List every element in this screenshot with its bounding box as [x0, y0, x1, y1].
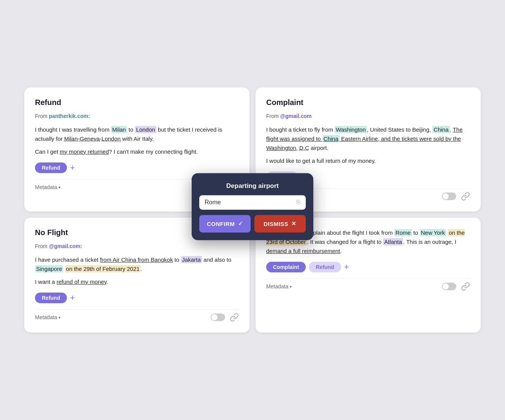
toggle-no-flight[interactable]	[211, 313, 225, 321]
toggle-complaint[interactable]	[442, 192, 456, 200]
main-grid: Refund From pantherkik.com: I thought I …	[24, 88, 481, 332]
modal-title: Departing airport	[199, 182, 306, 190]
chevron-down-icon: ▾	[59, 185, 60, 189]
underline-milan-geneva: Milan-Geneva	[64, 135, 100, 142]
dismiss-button[interactable]: DISMISS ✕	[254, 215, 306, 232]
highlight-new-york: New York	[420, 229, 446, 236]
card-from-complaint: From @gmail.com	[266, 113, 470, 119]
highlight-milan: Milan	[111, 126, 127, 133]
departing-airport-input[interactable]	[205, 199, 294, 206]
confirm-check-icon: ✓	[238, 220, 243, 227]
card-title-refund: Refund	[35, 98, 239, 107]
underline-refund-money: refund of my money	[57, 278, 106, 285]
tags-row-no-flight: Refund +	[35, 293, 239, 303]
card-body-no-flight: I have purchased a ticket from Air China…	[35, 255, 239, 286]
tag-complaint2[interactable]: Complaint	[266, 262, 306, 272]
add-tag-refund[interactable]: +	[70, 164, 75, 172]
underline-dc: D.C	[299, 145, 309, 151]
highlight-washington: Washington	[335, 126, 367, 133]
highlight-atlanta: Atlanta	[383, 238, 403, 245]
highlight-rome: Rome	[394, 229, 412, 236]
highlight-singapore: Singapore	[35, 265, 63, 272]
tag-refund-no-flight[interactable]: Refund	[35, 293, 67, 303]
add-tag-complaint2[interactable]: +	[344, 263, 349, 271]
tags-row-refund: Refund +	[35, 162, 239, 173]
confirm-label: CONFIRM	[207, 221, 235, 227]
card-title-complaint: Complaint	[266, 98, 470, 107]
card-from-no-flight: From @gmail.com:	[35, 243, 239, 249]
tag-refund[interactable]: Refund	[35, 162, 67, 173]
from-link-complaint: @gmail.com	[280, 113, 312, 119]
link-icon-no-flight[interactable]	[230, 313, 239, 322]
from-link-no-flight: @gmail.com:	[49, 243, 83, 249]
dismiss-label: DISMISS	[264, 221, 288, 227]
link-icon-complaint2[interactable]	[461, 282, 470, 291]
highlight-date: on the 29th of February 2021	[65, 265, 141, 272]
card-from-refund: From pantherkik.com:	[35, 113, 239, 119]
copy-icon[interactable]: ⎘	[297, 199, 300, 206]
underline-london: London	[102, 135, 121, 142]
card-body-refund: I thought I was travelling from Milan to…	[35, 125, 239, 156]
confirm-button[interactable]: CONFIRM ✓	[199, 215, 251, 232]
underline-demand: demand a full reimbursement	[266, 248, 340, 254]
from-link-refund: pantherkik.com:	[49, 113, 90, 119]
link-icon-complaint[interactable]	[461, 192, 470, 201]
highlight-london: London	[135, 126, 156, 133]
card-footer-complaint2: Metadata ▾	[266, 278, 470, 291]
underline-air-china: from Air China from Bangkok	[100, 256, 173, 263]
metadata-button-refund[interactable]: Metadata ▾	[35, 184, 60, 190]
add-tag-no-flight[interactable]: +	[70, 294, 75, 302]
modal-input-row: ⎘	[199, 195, 306, 210]
underline-money-returned: my money returned	[60, 148, 109, 155]
metadata-button-complaint2[interactable]: Metadata ▾	[266, 283, 292, 290]
card-footer-no-flight: Metadata ▾	[35, 309, 239, 322]
highlight-china: China	[432, 126, 449, 133]
card-body-complaint: I bought a ticket to fly from Washington…	[266, 125, 470, 165]
metadata-button-no-flight[interactable]: Metadata ▾	[35, 314, 60, 320]
chevron-down-icon: ▾	[59, 315, 60, 320]
dismiss-x-icon: ✕	[291, 220, 297, 227]
departing-airport-modal: Departing airport ⎘ CONFIRM ✓ DISMISS ✕	[192, 173, 313, 240]
highlight-jakarta: Jakarta	[181, 256, 202, 263]
toggle-complaint2[interactable]	[442, 283, 456, 290]
modal-buttons: CONFIRM ✓ DISMISS ✕	[199, 215, 306, 232]
highlight-china2: China	[322, 135, 340, 142]
tags-row-complaint2: Complaint Refund +	[266, 262, 470, 272]
tag-refund2[interactable]: Refund	[309, 262, 341, 272]
chevron-down-icon: ▾	[290, 285, 292, 289]
